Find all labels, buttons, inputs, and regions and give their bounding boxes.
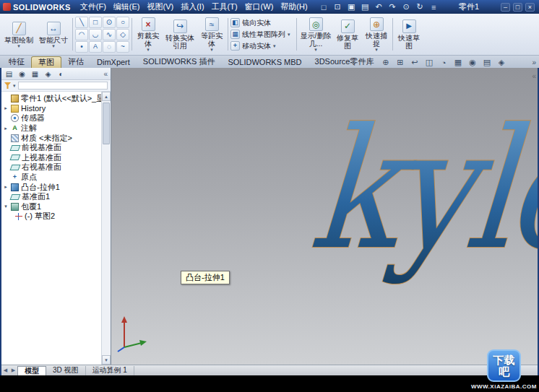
toolbar-overflow-icon[interactable] [532,58,536,66]
options-icon[interactable] [428,1,439,12]
point-tool-icon[interactable] [75,41,88,53]
smart-dimension-button[interactable]: 智能尺寸 [37,15,70,53]
offset-entities-button[interactable]: 等距实体 [198,15,225,53]
tab-sketch[interactable]: 草图 [31,56,61,68]
repair-sketch-button[interactable]: 修复草图 [334,15,361,53]
propertymanager-tab-icon[interactable] [17,69,27,79]
apply-scene-icon[interactable] [496,57,506,68]
featuremanager-tab-icon[interactable] [4,69,14,79]
centerline-tool-icon[interactable] [116,41,129,53]
tree-item-origin[interactable]: 原点 [3,173,101,183]
tangent-arc-tool-icon[interactable] [89,29,102,40]
display-style-icon[interactable] [452,57,463,68]
tree-item-wrap1[interactable]: 包覆1 [3,202,101,212]
tree-item-history[interactable]: History [3,104,101,114]
move-entities-button[interactable]: 移动实体 [230,41,294,51]
tree-item-boss-extrude1[interactable]: 凸台-拉伸1 [3,182,101,192]
tab-scroll-right-icon[interactable] [9,366,17,375]
tree-item-sensors[interactable]: 传感器 [3,113,101,123]
redo-icon[interactable] [387,1,398,12]
slot-tool-icon[interactable] [103,17,116,28]
tab-scroll-left-icon[interactable] [1,366,9,375]
minimize-icon[interactable] [501,3,510,12]
edit-appearance-icon[interactable] [481,57,492,68]
zoom-fit-icon[interactable] [380,57,391,68]
display-delete-relations-button[interactable]: 显示/删除几... [299,15,332,53]
spline-tool-icon[interactable] [103,29,116,40]
collapse-icon[interactable] [3,204,9,209]
line-tool-icon[interactable] [75,17,88,28]
scroll-up-icon[interactable] [102,92,111,101]
tab-solidworks-mbd[interactable]: SOLIDWORKS MBD [221,56,308,68]
tab-evaluate[interactable]: 评估 [61,56,90,68]
tree-item-material[interactable]: 材质 <未指定> [3,133,101,143]
tab-3d-views[interactable]: 3D 视图 [46,366,86,375]
filter-funnel-icon[interactable] [4,82,11,89]
panel-collapse-icon[interactable] [103,70,108,78]
undo-icon[interactable] [374,1,384,12]
tree-scrollbar[interactable] [101,92,111,365]
trim-entities-button[interactable]: 剪裁实体 [134,15,162,53]
close-icon[interactable] [525,3,535,12]
print-icon[interactable] [360,1,371,12]
tree-item-right-plane[interactable]: 右视基准面 [3,162,101,173]
menu-file[interactable]: 文件(F) [77,0,110,14]
arc-tool-icon[interactable] [75,29,88,40]
mirror-entities-button[interactable]: 镜向实体 [230,18,294,28]
task-pane-toggle-icon[interactable] [532,72,536,80]
view-orientation-icon[interactable] [438,57,449,68]
rebuild-icon[interactable] [415,1,426,12]
dimxpertmanager-tab-icon[interactable] [43,69,53,79]
previous-view-icon[interactable] [409,57,420,68]
tab-features[interactable]: 特征 [2,56,31,68]
tab-3dsource-library[interactable]: 3DSource零件库 [309,56,381,68]
save-icon[interactable] [346,1,357,12]
sketch-button[interactable]: 草图绘制 [2,15,35,53]
scroll-down-icon[interactable] [102,355,111,365]
tree-root-part[interactable]: 零件1 (默认<<默认>_显示状态 1>) [3,94,101,104]
tab-model[interactable]: 模型 [17,366,46,375]
tab-dimxpert[interactable]: DimXpert [90,56,137,68]
select-icon[interactable] [401,1,412,12]
convert-entities-button[interactable]: 转换实体引用 [163,15,197,53]
move-entities-icon [230,41,240,51]
tree-item-plane1[interactable]: 基准面1 [3,192,101,202]
ellipse-tool-icon[interactable] [103,41,116,53]
graphics-area[interactable]: kyle 凸台-拉伸1 [111,68,538,365]
tree-filter-input[interactable] [18,82,108,90]
menu-edit[interactable]: 编辑(E) [110,0,144,14]
configurationmanager-tab-icon[interactable] [30,69,40,79]
tree-item-annotations[interactable]: 注解 [3,123,101,134]
tree-item-front-plane[interactable]: 前视基准面 [3,143,101,153]
menu-tools[interactable]: 工具(T) [208,0,241,14]
displaymanager-tab-icon[interactable] [56,69,66,79]
quick-snaps-button[interactable]: 快速捕捉 [363,15,390,53]
maximize-icon[interactable] [513,3,522,12]
section-view-icon[interactable] [423,57,434,68]
zoom-area-icon[interactable] [394,57,405,68]
new-document-icon[interactable] [319,1,329,12]
expand-icon[interactable] [3,184,9,190]
expand-icon[interactable] [3,126,9,131]
polygon-tool-icon[interactable] [116,29,129,40]
open-icon[interactable] [332,1,343,12]
expand-icon[interactable] [3,105,9,111]
solidworks-logo: SOLIDWORKS [3,3,71,12]
chevron-down-icon[interactable] [13,83,16,89]
linear-sketch-pattern-button[interactable]: 线性草图阵列 [230,30,294,40]
tab-motion-study1[interactable]: 运动算例 1 [86,366,134,375]
menu-insert[interactable]: 插入(I) [177,0,207,14]
hide-show-items-icon[interactable] [467,57,478,68]
rapid-sketch-button[interactable]: 快速草图 [395,15,423,53]
menu-view[interactable]: 视图(V) [144,0,178,14]
circle-tool-icon[interactable] [116,17,129,28]
tab-solidworks-addins[interactable]: SOLIDWORKS 插件 [137,56,222,68]
tree-item-top-plane[interactable]: 上视基准面 [3,153,101,163]
menu-window[interactable]: 窗口(W) [241,0,277,14]
tree-item-sketch2[interactable]: (-) 草图2 [3,212,101,222]
menu-help[interactable]: 帮助(H) [277,0,311,14]
scrollbar-thumb[interactable] [103,103,110,144]
extruded-text-model[interactable]: kyle [304,92,538,286]
text-tool-icon[interactable] [89,41,102,53]
rectangle-tool-icon[interactable] [89,17,102,28]
